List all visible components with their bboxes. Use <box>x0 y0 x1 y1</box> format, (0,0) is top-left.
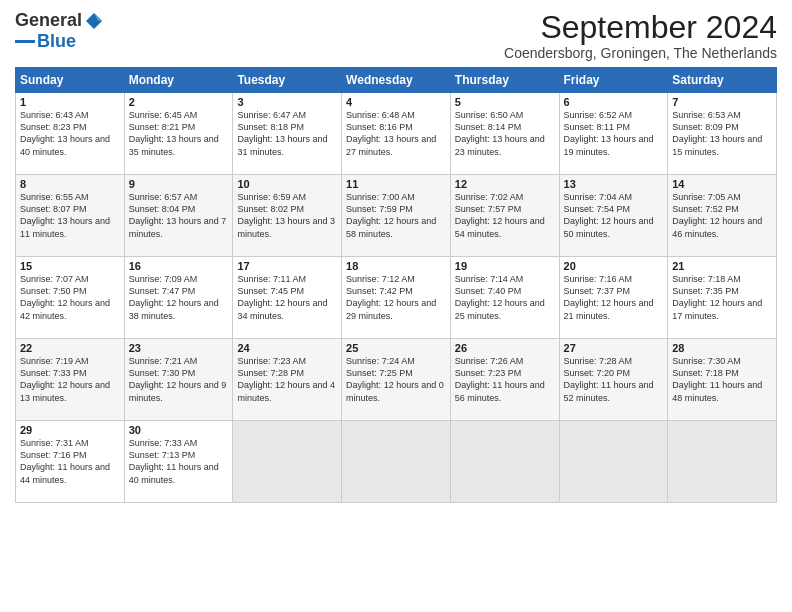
day-number: 15 <box>20 260 120 272</box>
calendar-cell: 9 Sunrise: 6:57 AMSunset: 8:04 PMDayligh… <box>124 175 233 257</box>
day-detail: Sunrise: 6:59 AMSunset: 8:02 PMDaylight:… <box>237 191 337 240</box>
day-number: 11 <box>346 178 446 190</box>
day-number: 7 <box>672 96 772 108</box>
calendar-week-row: 8 Sunrise: 6:55 AMSunset: 8:07 PMDayligh… <box>16 175 777 257</box>
day-detail: Sunrise: 7:26 AMSunset: 7:23 PMDaylight:… <box>455 355 555 404</box>
day-detail: Sunrise: 6:52 AMSunset: 8:11 PMDaylight:… <box>564 109 664 158</box>
calendar-cell <box>342 421 451 503</box>
calendar-cell: 13 Sunrise: 7:04 AMSunset: 7:54 PMDaylig… <box>559 175 668 257</box>
day-detail: Sunrise: 7:28 AMSunset: 7:20 PMDaylight:… <box>564 355 664 404</box>
weekday-header: Saturday <box>668 68 777 93</box>
calendar-cell: 25 Sunrise: 7:24 AMSunset: 7:25 PMDaylig… <box>342 339 451 421</box>
page: General Blue September 2024 Coendersborg… <box>0 0 792 612</box>
day-detail: Sunrise: 7:14 AMSunset: 7:40 PMDaylight:… <box>455 273 555 322</box>
calendar-cell: 23 Sunrise: 7:21 AMSunset: 7:30 PMDaylig… <box>124 339 233 421</box>
day-detail: Sunrise: 7:00 AMSunset: 7:59 PMDaylight:… <box>346 191 446 240</box>
logo-general-text: General <box>15 10 82 31</box>
day-number: 25 <box>346 342 446 354</box>
calendar-cell <box>233 421 342 503</box>
calendar-cell: 3 Sunrise: 6:47 AMSunset: 8:18 PMDayligh… <box>233 93 342 175</box>
day-detail: Sunrise: 7:31 AMSunset: 7:16 PMDaylight:… <box>20 437 120 486</box>
calendar-cell: 22 Sunrise: 7:19 AMSunset: 7:33 PMDaylig… <box>16 339 125 421</box>
calendar-cell: 8 Sunrise: 6:55 AMSunset: 8:07 PMDayligh… <box>16 175 125 257</box>
day-detail: Sunrise: 6:57 AMSunset: 8:04 PMDaylight:… <box>129 191 229 240</box>
calendar-week-row: 15 Sunrise: 7:07 AMSunset: 7:50 PMDaylig… <box>16 257 777 339</box>
day-number: 17 <box>237 260 337 272</box>
calendar-cell <box>450 421 559 503</box>
day-number: 6 <box>564 96 664 108</box>
day-number: 1 <box>20 96 120 108</box>
calendar-cell: 28 Sunrise: 7:30 AMSunset: 7:18 PMDaylig… <box>668 339 777 421</box>
day-number: 12 <box>455 178 555 190</box>
title-section: September 2024 Coendersborg, Groningen, … <box>504 10 777 61</box>
day-detail: Sunrise: 6:45 AMSunset: 8:21 PMDaylight:… <box>129 109 229 158</box>
day-number: 21 <box>672 260 772 272</box>
day-detail: Sunrise: 7:18 AMSunset: 7:35 PMDaylight:… <box>672 273 772 322</box>
calendar-cell <box>559 421 668 503</box>
day-detail: Sunrise: 7:21 AMSunset: 7:30 PMDaylight:… <box>129 355 229 404</box>
logo-icon <box>84 11 104 31</box>
day-number: 27 <box>564 342 664 354</box>
calendar-cell: 12 Sunrise: 7:02 AMSunset: 7:57 PMDaylig… <box>450 175 559 257</box>
day-detail: Sunrise: 6:55 AMSunset: 8:07 PMDaylight:… <box>20 191 120 240</box>
logo: General Blue <box>15 10 104 52</box>
location-title: Coendersborg, Groningen, The Netherlands <box>504 45 777 61</box>
day-detail: Sunrise: 7:30 AMSunset: 7:18 PMDaylight:… <box>672 355 772 404</box>
calendar-week-row: 22 Sunrise: 7:19 AMSunset: 7:33 PMDaylig… <box>16 339 777 421</box>
day-number: 20 <box>564 260 664 272</box>
calendar-cell: 4 Sunrise: 6:48 AMSunset: 8:16 PMDayligh… <box>342 93 451 175</box>
day-number: 2 <box>129 96 229 108</box>
day-detail: Sunrise: 7:33 AMSunset: 7:13 PMDaylight:… <box>129 437 229 486</box>
calendar-cell: 16 Sunrise: 7:09 AMSunset: 7:47 PMDaylig… <box>124 257 233 339</box>
day-detail: Sunrise: 6:50 AMSunset: 8:14 PMDaylight:… <box>455 109 555 158</box>
day-detail: Sunrise: 7:04 AMSunset: 7:54 PMDaylight:… <box>564 191 664 240</box>
calendar-cell: 6 Sunrise: 6:52 AMSunset: 8:11 PMDayligh… <box>559 93 668 175</box>
day-number: 24 <box>237 342 337 354</box>
calendar-cell: 11 Sunrise: 7:00 AMSunset: 7:59 PMDaylig… <box>342 175 451 257</box>
calendar-cell: 7 Sunrise: 6:53 AMSunset: 8:09 PMDayligh… <box>668 93 777 175</box>
day-number: 29 <box>20 424 120 436</box>
calendar-cell: 2 Sunrise: 6:45 AMSunset: 8:21 PMDayligh… <box>124 93 233 175</box>
calendar-cell <box>668 421 777 503</box>
weekday-header: Tuesday <box>233 68 342 93</box>
day-number: 26 <box>455 342 555 354</box>
calendar-cell: 1 Sunrise: 6:43 AMSunset: 8:23 PMDayligh… <box>16 93 125 175</box>
calendar-cell: 5 Sunrise: 6:50 AMSunset: 8:14 PMDayligh… <box>450 93 559 175</box>
calendar-cell: 19 Sunrise: 7:14 AMSunset: 7:40 PMDaylig… <box>450 257 559 339</box>
calendar-cell: 17 Sunrise: 7:11 AMSunset: 7:45 PMDaylig… <box>233 257 342 339</box>
day-number: 9 <box>129 178 229 190</box>
day-detail: Sunrise: 6:43 AMSunset: 8:23 PMDaylight:… <box>20 109 120 158</box>
calendar-week-row: 1 Sunrise: 6:43 AMSunset: 8:23 PMDayligh… <box>16 93 777 175</box>
day-number: 5 <box>455 96 555 108</box>
day-number: 19 <box>455 260 555 272</box>
day-number: 3 <box>237 96 337 108</box>
logo-blue-text: Blue <box>37 31 76 52</box>
header: General Blue September 2024 Coendersborg… <box>15 10 777 61</box>
calendar-cell: 14 Sunrise: 7:05 AMSunset: 7:52 PMDaylig… <box>668 175 777 257</box>
day-number: 16 <box>129 260 229 272</box>
day-detail: Sunrise: 7:09 AMSunset: 7:47 PMDaylight:… <box>129 273 229 322</box>
calendar-cell: 27 Sunrise: 7:28 AMSunset: 7:20 PMDaylig… <box>559 339 668 421</box>
calendar-cell: 30 Sunrise: 7:33 AMSunset: 7:13 PMDaylig… <box>124 421 233 503</box>
day-detail: Sunrise: 7:24 AMSunset: 7:25 PMDaylight:… <box>346 355 446 404</box>
day-number: 4 <box>346 96 446 108</box>
day-detail: Sunrise: 7:05 AMSunset: 7:52 PMDaylight:… <box>672 191 772 240</box>
day-detail: Sunrise: 7:19 AMSunset: 7:33 PMDaylight:… <box>20 355 120 404</box>
day-number: 30 <box>129 424 229 436</box>
day-detail: Sunrise: 7:02 AMSunset: 7:57 PMDaylight:… <box>455 191 555 240</box>
day-number: 18 <box>346 260 446 272</box>
calendar-cell: 29 Sunrise: 7:31 AMSunset: 7:16 PMDaylig… <box>16 421 125 503</box>
calendar-week-row: 29 Sunrise: 7:31 AMSunset: 7:16 PMDaylig… <box>16 421 777 503</box>
day-number: 13 <box>564 178 664 190</box>
weekday-header: Monday <box>124 68 233 93</box>
calendar-table: SundayMondayTuesdayWednesdayThursdayFrid… <box>15 67 777 503</box>
day-number: 10 <box>237 178 337 190</box>
day-detail: Sunrise: 7:23 AMSunset: 7:28 PMDaylight:… <box>237 355 337 404</box>
calendar-cell: 26 Sunrise: 7:26 AMSunset: 7:23 PMDaylig… <box>450 339 559 421</box>
calendar-cell: 24 Sunrise: 7:23 AMSunset: 7:28 PMDaylig… <box>233 339 342 421</box>
header-row: SundayMondayTuesdayWednesdayThursdayFrid… <box>16 68 777 93</box>
weekday-header: Sunday <box>16 68 125 93</box>
day-number: 8 <box>20 178 120 190</box>
month-title: September 2024 <box>504 10 777 45</box>
day-detail: Sunrise: 6:53 AMSunset: 8:09 PMDaylight:… <box>672 109 772 158</box>
